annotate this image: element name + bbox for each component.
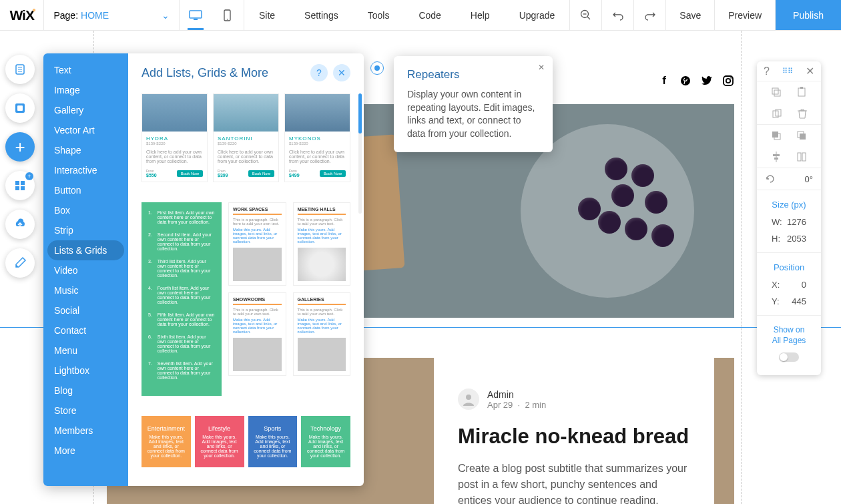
cat-gallery[interactable]: Gallery [43,100,128,120]
page-name: HOME [81,10,109,21]
close-bubble-button[interactable]: ✕ [538,63,545,72]
cat-members[interactable]: Members [43,421,128,441]
svg-line-5 [587,17,590,19]
svg-point-3 [227,19,228,20]
undo-button[interactable] [601,0,633,30]
publish-button[interactable]: Publish [775,0,841,30]
redo-button[interactable] [633,0,665,30]
arrange-front-icon[interactable] [796,130,807,141]
twitter-icon[interactable] [701,74,713,87]
preset-tile[interactable]: TechnologyMake this yours. Add images, t… [301,416,350,467]
preset-card[interactable]: WORK SPACESThis is a paragraph. Click he… [228,202,286,286]
repeater-preset-tiles[interactable]: EntertainmentMake this yours. Add images… [142,416,350,467]
pinterest-icon[interactable] [679,74,691,87]
page-selector[interactable]: Page: HOME ⌄ [44,0,180,30]
height-value[interactable]: 2053 [787,234,806,244]
rail-add-button[interactable]: + [5,132,35,162]
paste-icon[interactable] [796,87,807,97]
cat-shape[interactable]: Shape [43,140,128,160]
cat-video[interactable]: Video [43,260,128,280]
rail-apps-button[interactable]: + [5,171,35,200]
mobile-view-button[interactable] [212,0,244,30]
cat-music[interactable]: Music [43,280,128,300]
preset-card[interactable]: MYKONOS$139-$220Click here to add your o… [284,93,350,182]
cat-more[interactable]: More [43,441,128,461]
device-switcher [180,0,244,30]
rail-background-button[interactable] [5,93,35,123]
post-meta: Admin Apr 29 · 2 min [458,389,690,410]
list-item: Fourth list item. Add your own content h… [158,286,215,304]
rotation-value[interactable]: 0° [805,174,813,184]
instagram-icon[interactable] [722,74,734,87]
preset-card[interactable]: MEETING HALLSThis is a paragraph. Click … [293,202,351,286]
cat-lists-grids[interactable]: Lists & Grids [47,240,124,260]
duplicate-icon[interactable] [772,108,782,119]
cat-menu[interactable]: Menu [43,340,128,360]
cat-text[interactable]: Text [43,60,128,80]
cat-contact[interactable]: Contact [43,320,128,340]
delete-icon[interactable] [798,108,807,119]
cat-interactive[interactable]: Interactive [43,160,128,180]
svg-rect-36 [802,153,806,161]
rail-uploads-button[interactable] [5,210,35,239]
rail-blog-button[interactable] [5,248,35,278]
repeater-preset-row2: 1.First list item. Add your own content … [142,202,350,396]
drag-handle-icon[interactable]: ⠿⠿ [782,67,793,75]
preset-card[interactable]: HYDRA$139-$220Click here to add your own… [142,93,208,182]
close-icon[interactable]: ✕ [806,65,814,77]
cat-image[interactable]: Image [43,80,128,100]
arrange-back-icon[interactable] [771,130,782,141]
wix-logo[interactable]: WiX● [0,0,44,30]
copy-icon[interactable] [771,87,782,97]
preset-image [214,94,278,132]
rail-pages-button[interactable] [5,55,35,84]
cat-strip[interactable]: Strip [43,220,128,240]
distribute-icon[interactable] [796,152,807,162]
align-icon[interactable] [771,152,782,162]
y-value[interactable]: 445 [792,296,806,306]
cat-social[interactable]: Social [43,300,128,320]
desktop-view-button[interactable] [180,0,212,30]
close-panel-button[interactable]: ✕ [333,64,350,81]
cat-lightbox[interactable]: Lightbox [43,360,128,381]
save-button[interactable]: Save [665,0,714,30]
menu-help[interactable]: Help [456,0,505,30]
blog-post-card[interactable]: Admin Apr 29 · 2 min Miracle no-knead br… [434,358,714,504]
menu-upgrade[interactable]: Upgrade [505,0,570,30]
tour-indicator[interactable] [370,61,384,75]
y-label: Y: [772,296,780,306]
menu-code[interactable]: Code [404,0,455,30]
cat-store[interactable]: Store [43,401,128,421]
preset-title: HYDRA [146,136,203,142]
preset-card[interactable]: SHOWROOMSThis is a paragraph. Click to a… [228,292,286,376]
preset-tile[interactable]: LifestyleMake this yours. Add images, te… [195,416,244,467]
cat-button[interactable]: Button [43,180,128,200]
add-panel-categories: Text Image Gallery Vector Art Shape Inte… [43,53,128,486]
social-bar[interactable]: f [658,74,734,87]
x-value[interactable]: 0 [802,280,806,290]
preset-numbered-list[interactable]: 1.First list item. Add your own content … [142,202,222,396]
preset-card[interactable]: SANTORINI$139-$220Click here to add your… [213,93,279,182]
help-icon[interactable]: ? [764,65,770,77]
show-on-all-toggle[interactable] [779,352,799,362]
menu-tools[interactable]: Tools [353,0,404,30]
add-panel-main: Add Lists, Grids & More ? ✕ HYDRA$139-$2… [128,53,364,486]
width-label: W: [772,217,782,227]
repeater-preset-cards[interactable]: HYDRA$139-$220Click here to add your own… [142,93,350,182]
menu-settings[interactable]: Settings [290,0,353,30]
list-item: Sixth list item. Add your own content he… [158,334,215,353]
preset-tile[interactable]: EntertainmentMake this yours. Add images… [142,416,191,467]
zoom-button[interactable] [569,0,601,30]
preset-card[interactable]: GALLERIESThis is a paragraph. Click to a… [293,292,351,376]
width-value[interactable]: 1276 [787,217,806,227]
help-button[interactable]: ? [310,64,328,81]
cat-vector-art[interactable]: Vector Art [43,120,128,140]
cat-box[interactable]: Box [43,200,128,220]
preset-tile[interactable]: SportsMake this yours. Add images, text … [248,416,298,467]
facebook-icon[interactable]: f [658,74,670,87]
rotate-icon[interactable] [765,174,776,184]
cat-blog[interactable]: Blog [43,381,128,401]
preview-button[interactable]: Preview [714,0,775,30]
props-header[interactable]: ? ⠿⠿ ✕ [757,61,821,81]
menu-site[interactable]: Site [244,0,290,30]
